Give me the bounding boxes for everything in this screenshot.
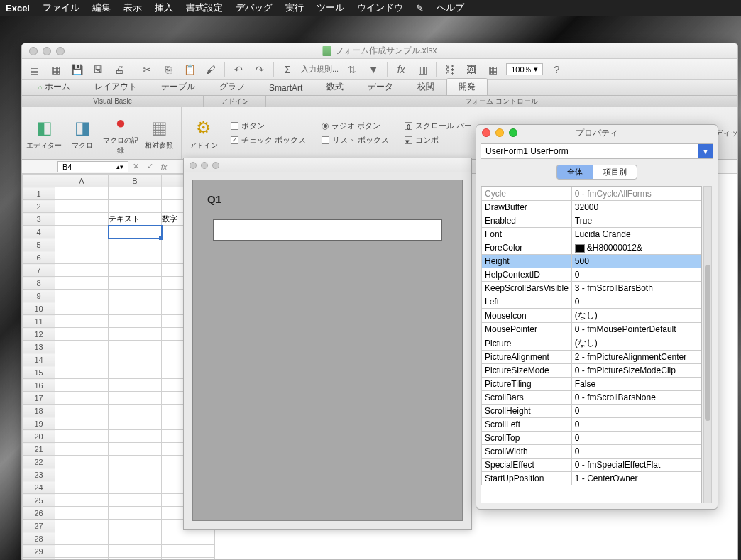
save-as-icon[interactable]: 🖫: [90, 62, 106, 77]
form-button[interactable]: ボタン: [231, 121, 306, 131]
cell-A30[interactable]: [55, 558, 109, 561]
scrollbar-thumb[interactable]: [705, 265, 710, 421]
prop-row-Height[interactable]: Height500: [482, 255, 701, 268]
form-listbox[interactable]: リスト ボックス: [322, 135, 389, 146]
cell-B7[interactable]: [109, 264, 162, 277]
cell-A12[interactable]: [55, 328, 109, 341]
cell-B1[interactable]: [109, 187, 162, 200]
prop-row-ScrollBars[interactable]: ScrollBars0 - fmScrollBarsNone: [482, 391, 701, 405]
prop-row-StartUpPosition[interactable]: StartUpPosition1 - CenterOwner: [482, 472, 701, 485]
cell-A28[interactable]: [55, 532, 109, 545]
cut-icon[interactable]: ✂: [139, 62, 155, 77]
open-icon[interactable]: ▦: [48, 62, 63, 77]
prop-row-Left[interactable]: Left0: [482, 295, 701, 309]
cell-A17[interactable]: [55, 392, 109, 405]
cell-B23[interactable]: [109, 468, 162, 481]
app-name[interactable]: Excel: [6, 3, 30, 13]
menu-tools[interactable]: ツール: [317, 1, 344, 14]
props-tab-all[interactable]: 全体: [556, 165, 593, 180]
props-tab-category[interactable]: 項目別: [593, 165, 637, 180]
cell-A6[interactable]: [55, 251, 109, 264]
userform-designer-window[interactable]: Q1: [183, 158, 472, 530]
form-radio[interactable]: ラジオ ボタン: [322, 121, 389, 131]
tab-charts[interactable]: グラフ: [207, 78, 257, 95]
props-zoom[interactable]: [509, 128, 517, 137]
cell-B13[interactable]: [109, 341, 162, 353]
prop-row-Picture[interactable]: Picture(なし): [482, 336, 701, 351]
macro-button[interactable]: ◨マクロ: [65, 110, 100, 156]
cell-B5[interactable]: [109, 238, 162, 251]
cell-C28[interactable]: [162, 532, 215, 545]
cell-A27[interactable]: [55, 520, 109, 532]
userform-label-q1[interactable]: Q1: [207, 193, 221, 205]
print-icon[interactable]: 🖨: [111, 62, 127, 77]
win-min[interactable]: [43, 47, 51, 55]
properties-scrollbar[interactable]: [703, 186, 712, 503]
prop-row-HelpContextID[interactable]: HelpContextID0: [482, 268, 701, 282]
menu-debug[interactable]: デバッグ: [236, 1, 273, 14]
cell-A24[interactable]: [55, 481, 109, 494]
tab-smartart[interactable]: SmartArt: [257, 80, 314, 95]
cell-B29[interactable]: [109, 545, 162, 558]
menu-help[interactable]: ヘルプ: [437, 1, 464, 14]
cell-B20[interactable]: [109, 430, 162, 443]
prop-row-ScrollHeight[interactable]: ScrollHeight0: [482, 405, 701, 418]
prop-row-Cycle[interactable]: Cycle0 - fmCycleAllForms: [482, 187, 701, 201]
format-painter-icon[interactable]: 🖌: [203, 62, 219, 77]
paste-icon[interactable]: 📋: [182, 62, 197, 77]
cell-B17[interactable]: [109, 392, 162, 405]
cell-B12[interactable]: [109, 328, 162, 341]
cell-B19[interactable]: [109, 417, 162, 430]
prop-row-SpecialEffect[interactable]: SpecialEffect0 - fmSpecialEffectFlat: [482, 459, 701, 472]
menu-view[interactable]: 表示: [124, 1, 142, 14]
tab-tables[interactable]: テーブル: [149, 78, 207, 95]
cell-A3[interactable]: [55, 213, 109, 226]
cell-B30[interactable]: [109, 558, 162, 561]
link-icon[interactable]: ⛓: [442, 62, 458, 77]
prop-row-ScrollTop[interactable]: ScrollTop0: [482, 432, 701, 445]
cell-B4[interactable]: [109, 226, 162, 238]
chart-icon[interactable]: ▥: [415, 62, 430, 77]
cell-A11[interactable]: [55, 315, 109, 328]
tab-developer[interactable]: 開発: [446, 78, 488, 95]
tab-data[interactable]: データ: [356, 78, 405, 95]
uf-min[interactable]: [201, 162, 208, 169]
help-icon[interactable]: ?: [549, 62, 564, 77]
tab-layout[interactable]: レイアウト: [82, 78, 149, 95]
cell-A19[interactable]: [55, 417, 109, 430]
win-close[interactable]: [29, 47, 38, 55]
form-checkbox[interactable]: ✓チェック ボックス: [231, 135, 306, 146]
relative-ref-button[interactable]: ▦相対参照: [141, 110, 177, 156]
zoom-box[interactable]: 100%▾: [506, 63, 543, 75]
cell-B18[interactable]: [109, 405, 162, 417]
props-close[interactable]: [482, 128, 490, 137]
prop-row-Font[interactable]: FontLucida Grande: [482, 228, 701, 241]
cell-A10[interactable]: [55, 302, 109, 315]
validation-label[interactable]: 入力規則...: [301, 64, 339, 75]
cell-A21[interactable]: [55, 443, 109, 456]
cell-B16[interactable]: [109, 379, 162, 392]
cell-C30[interactable]: [162, 558, 215, 561]
picture-icon[interactable]: 🖼: [463, 62, 479, 77]
prop-row-ScrollWidth[interactable]: ScrollWidth0: [482, 445, 701, 459]
menu-format[interactable]: 書式設定: [186, 1, 223, 14]
cell-A29[interactable]: [55, 545, 109, 558]
cell-B11[interactable]: [109, 315, 162, 328]
cell-B28[interactable]: [109, 532, 162, 545]
userform-titlebar[interactable]: [184, 158, 471, 172]
prop-row-PictureAlignment[interactable]: PictureAlignment2 - fmPictureAlignmentCe…: [482, 351, 701, 364]
tab-review[interactable]: 校閲: [405, 78, 446, 95]
cell-A5[interactable]: [55, 238, 109, 251]
properties-table[interactable]: Cycle0 - fmCycleAllFormsDrawBuffer32000E…: [481, 186, 702, 503]
userform-textbox[interactable]: [213, 219, 442, 241]
cell-B15[interactable]: [109, 366, 162, 379]
prop-row-PictureSizeMode[interactable]: PictureSizeMode0 - fmPictureSizeModeClip: [482, 364, 701, 378]
name-box[interactable]: B4▴▾: [57, 161, 128, 172]
autosum-icon[interactable]: Σ: [280, 62, 295, 77]
cell-A7[interactable]: [55, 264, 109, 277]
menu-edit[interactable]: 編集: [92, 1, 111, 14]
uf-close[interactable]: [190, 162, 197, 169]
cell-A1[interactable]: [55, 187, 109, 200]
prop-row-KeepScrollBarsVisible[interactable]: KeepScrollBarsVisible3 - fmScrollBarsBot…: [482, 282, 701, 295]
win-zoom[interactable]: [56, 47, 65, 55]
